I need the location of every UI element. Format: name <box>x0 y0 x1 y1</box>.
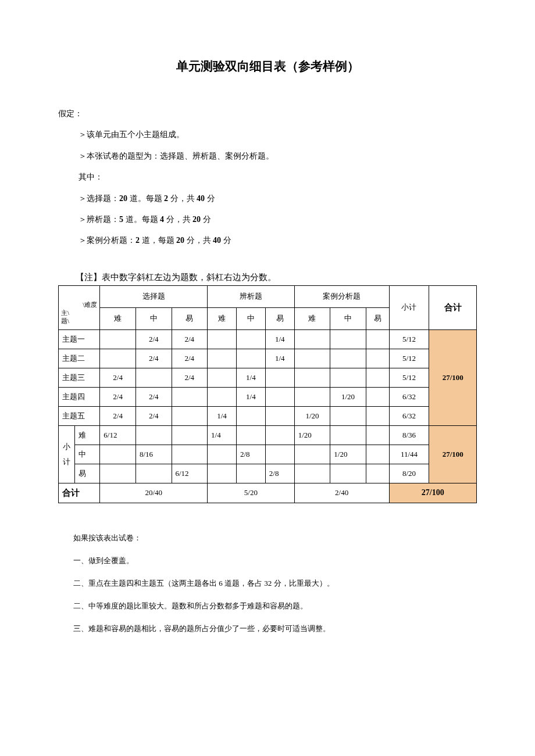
cell: 6/12 <box>172 464 208 483</box>
cell <box>208 349 237 368</box>
header-choice: 选择题 <box>100 285 208 307</box>
cell-subtotal: 6/32 <box>389 387 429 406</box>
cell <box>265 425 294 445</box>
cell <box>236 464 265 483</box>
footer-line-4: 三、难题和容易的题相比，容易的题所占分值少了一些，必要时可适当调整。 <box>58 617 477 640</box>
cell <box>330 329 366 349</box>
among-label: 其中： <box>58 167 477 188</box>
table-note: 【注】表中数字斜杠左边为题数，斜杠右边为分数。 <box>58 272 477 283</box>
cell <box>236 349 265 368</box>
cell: 1/20 <box>330 445 366 464</box>
cell: 1/4 <box>265 349 294 368</box>
header-discern: 辨析题 <box>208 285 295 307</box>
type-choice: ＞选择题：20 道。每题 2 分，共 40 分 <box>58 188 477 209</box>
intro-block: 假定： ＞该单元由五个小主题组成。 ＞本张试卷的题型为：选择题、辨析题、案例分析… <box>58 103 477 252</box>
cell <box>172 425 208 445</box>
subtotal-row: 易 6/12 2/8 8/20 <box>59 464 477 483</box>
cell <box>330 425 366 445</box>
diagonal-header: \难度 主\ 题\ <box>59 285 100 329</box>
type-discern: ＞辨析题：5 道。每题 4 分，共 20 分 <box>58 209 477 230</box>
grand-choice: 20/40 <box>100 483 208 503</box>
cell <box>208 464 237 483</box>
cell: 1/4 <box>265 329 294 349</box>
cell <box>100 464 136 483</box>
cell <box>236 329 265 349</box>
grand-discern: 5/20 <box>208 483 295 503</box>
cell <box>366 445 389 464</box>
assumption-2: ＞本张试卷的题型为：选择题、辨析题、案例分析题。 <box>58 146 477 167</box>
table-row: 主题二 2/4 2/4 1/4 5/12 <box>59 349 477 368</box>
cell: 2/4 <box>172 349 208 368</box>
cell <box>265 406 294 425</box>
header-subtotal: 小计 <box>389 285 429 329</box>
cell: 2/4 <box>100 387 136 406</box>
grand-label: 合计 <box>59 483 100 503</box>
header-choice-hard: 难 <box>100 307 136 329</box>
topic-label: 主题五 <box>59 406 100 425</box>
assumption-1: ＞该单元由五个小主题组成。 <box>58 124 477 145</box>
cell: 1/20 <box>330 387 366 406</box>
subtotal-row: 小计 难 6/12 1/4 1/20 8/36 27/100 <box>59 425 477 445</box>
topic-total: 27/100 <box>429 329 477 425</box>
header-discern-mid: 中 <box>236 307 265 329</box>
topic-label: 主题二 <box>59 349 100 368</box>
header-case-easy: 易 <box>366 307 389 329</box>
page-title: 单元测验双向细目表（参考样例） <box>58 58 477 74</box>
cell: 1/4 <box>208 406 237 425</box>
topic-label: 主题四 <box>59 387 100 406</box>
cell <box>100 445 136 464</box>
topic-label: 主题一 <box>59 329 100 349</box>
cell <box>172 387 208 406</box>
cell <box>366 406 389 425</box>
cell: 2/4 <box>135 349 172 368</box>
topic-label: 主题三 <box>59 368 100 387</box>
cell: 2/8 <box>236 445 265 464</box>
cell <box>208 329 237 349</box>
cell <box>330 406 366 425</box>
subtotal-row: 中 8/16 2/8 1/20 11/44 <box>59 445 477 464</box>
cell <box>172 406 208 425</box>
cell <box>208 387 237 406</box>
cell: 8/16 <box>135 445 172 464</box>
cell <box>100 349 136 368</box>
cell: 1/20 <box>294 406 330 425</box>
grand-case: 2/40 <box>294 483 389 503</box>
header-case: 案例分析题 <box>294 285 389 307</box>
cell <box>135 425 172 445</box>
cell <box>294 368 330 387</box>
header-case-hard: 难 <box>294 307 330 329</box>
cell-subtotal: 5/12 <box>389 368 429 387</box>
cell <box>294 464 330 483</box>
cell <box>366 329 389 349</box>
cell <box>135 464 172 483</box>
cell: 2/4 <box>135 406 172 425</box>
footer-notes: 如果按该表出试卷： 一、做到全覆盖。 二、重点在主题四和主题五（这两主题各出 6… <box>58 526 477 640</box>
cell-subtotal: 5/12 <box>389 329 429 349</box>
cell: 2/4 <box>135 329 172 349</box>
footer-line-2: 二、重点在主题四和主题五（这两主题各出 6 道题，各占 32 分，比重最大）。 <box>58 572 477 594</box>
subtotal-label: 小计 <box>59 425 75 483</box>
table-row: 主题四 2/4 2/4 1/4 1/20 6/32 <box>59 387 477 406</box>
cell <box>366 349 389 368</box>
cell <box>330 349 366 368</box>
header-total: 合计 <box>429 285 477 329</box>
cell-subtotal: 11/44 <box>389 445 429 464</box>
cell: 2/4 <box>172 329 208 349</box>
cell <box>294 445 330 464</box>
cell-subtotal: 8/36 <box>389 425 429 445</box>
cell <box>236 425 265 445</box>
table-row: 主题五 2/4 2/4 1/4 1/20 6/32 <box>59 406 477 425</box>
footer-line-3: 二、中等难度的题比重较大。题数和所占分数都多于难题和容易的题。 <box>58 594 477 617</box>
level-label: 中 <box>75 445 100 464</box>
footer-line-0: 如果按该表出试卷： <box>58 526 477 549</box>
grand-total: 27/100 <box>389 483 476 503</box>
cell <box>366 464 389 483</box>
header-row-1: \难度 主\ 题\ 选择题 辨析题 案例分析题 小计 合计 <box>59 285 477 307</box>
cell <box>294 329 330 349</box>
cell <box>330 368 366 387</box>
cell <box>236 406 265 425</box>
cell <box>172 445 208 464</box>
cell <box>135 368 172 387</box>
cell <box>366 387 389 406</box>
cell <box>294 387 330 406</box>
